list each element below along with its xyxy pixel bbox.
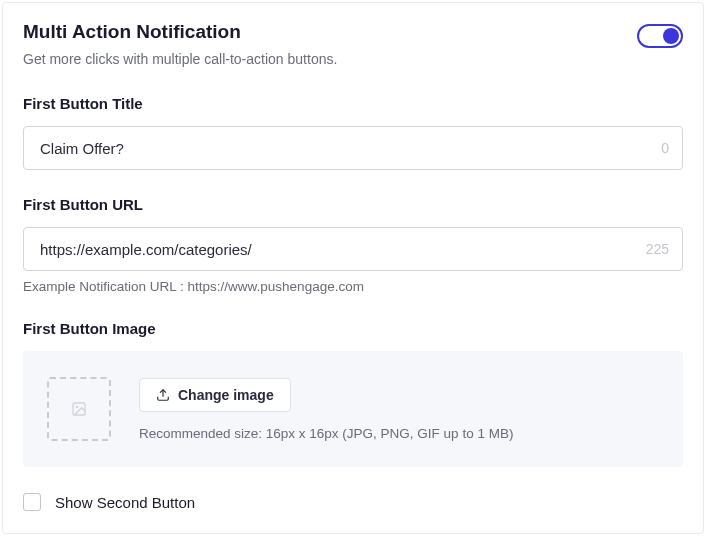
panel-subtitle: Get more clicks with multiple call-to-ac… (23, 51, 337, 67)
first-button-url-wrap: 225 (23, 227, 683, 271)
first-button-image-label: First Button Image (23, 320, 683, 337)
panel-title: Multi Action Notification (23, 21, 337, 43)
svg-point-1 (76, 406, 78, 408)
first-button-title-input[interactable] (23, 126, 683, 170)
first-button-url-count: 225 (646, 241, 669, 257)
change-image-button[interactable]: Change image (139, 378, 291, 412)
first-button-title-label: First Button Title (23, 95, 683, 112)
multi-action-panel: Multi Action Notification Get more click… (2, 2, 704, 534)
first-button-image-section: First Button Image Change image (23, 320, 683, 467)
first-button-title-section: First Button Title 0 (23, 95, 683, 170)
enable-toggle[interactable] (637, 24, 683, 48)
show-second-button-checkbox[interactable] (23, 493, 41, 511)
toggle-knob (663, 28, 679, 44)
image-dropzone[interactable] (47, 377, 111, 441)
first-button-url-section: First Button URL 225 Example Notificatio… (23, 196, 683, 294)
show-second-button-label: Show Second Button (55, 494, 195, 511)
image-size-hint: Recommended size: 16px x 16px (JPG, PNG,… (139, 426, 513, 441)
image-upload-block: Change image Recommended size: 16px x 16… (23, 351, 683, 467)
panel-header: Multi Action Notification Get more click… (23, 21, 683, 95)
first-button-url-label: First Button URL (23, 196, 683, 213)
image-actions: Change image Recommended size: 16px x 16… (139, 378, 513, 441)
change-image-label: Change image (178, 387, 274, 403)
second-button-row: Show Second Button (23, 493, 683, 511)
first-button-url-input[interactable] (23, 227, 683, 271)
first-button-title-wrap: 0 (23, 126, 683, 170)
upload-icon (156, 388, 170, 402)
image-placeholder-icon (71, 401, 87, 417)
first-button-title-count: 0 (661, 140, 669, 156)
first-button-url-helper: Example Notification URL : https://www.p… (23, 279, 683, 294)
